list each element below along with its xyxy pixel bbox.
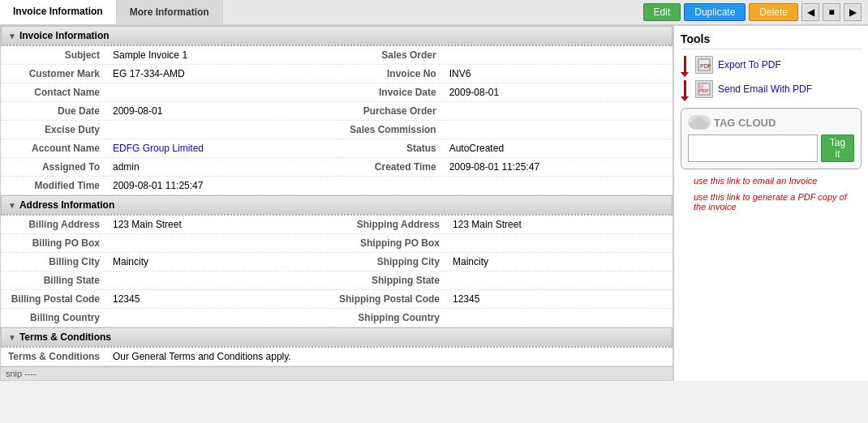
tabs-left: Invoice Information More Information	[0, 0, 223, 24]
subject-label: Subject	[1, 46, 106, 65]
modified-time-label: Modified Time	[1, 177, 106, 195]
delete-button[interactable]: Delete	[749, 3, 798, 21]
purchase-order-label: Purchase Order	[337, 102, 443, 121]
pdf-icon: PDF	[695, 56, 713, 74]
table-row: Modified Time 2009-08-01 11:25:47	[1, 177, 672, 195]
tag-input-row: Tag it	[688, 135, 854, 162]
billing-city-value: Maincity	[106, 253, 333, 271]
account-name-link[interactable]: EDFG Group Limited	[113, 143, 204, 154]
account-name-value: EDFG Group Limited	[106, 139, 337, 158]
tab-more-information[interactable]: More Information	[117, 0, 223, 24]
subject-value: Sample Invoice 1	[106, 46, 337, 65]
shipping-address-label: Shipping Address	[333, 216, 446, 234]
billing-postal-code-value: 12345	[106, 290, 333, 309]
tools-title: Tools	[681, 32, 862, 49]
invoice-no-value: INV6	[443, 65, 672, 83]
invoice-section-header: ▼ Invoice Information	[1, 26, 672, 46]
sales-commission-label: Sales Commission	[337, 121, 443, 139]
annotation-email: use this link to email an Invoice	[694, 176, 862, 186]
address-collapse-arrow[interactable]: ▼	[8, 201, 16, 210]
table-row: Billing Country Shipping Country	[1, 309, 672, 327]
billing-country-label: Billing Country	[1, 309, 106, 327]
tab-invoice-information[interactable]: Invoice Information	[0, 0, 117, 24]
billing-state-value	[106, 271, 333, 290]
tag-cloud-label: TAG CLOUD	[688, 115, 854, 130]
shipping-country-label: Shipping Country	[333, 309, 446, 327]
svg-text:PDF: PDF	[700, 63, 711, 69]
terms-value: Our General Terms and Conditions apply.	[106, 348, 672, 366]
arrow-head-pdf	[681, 96, 689, 101]
table-row: Billing City Maincity Shipping City Main…	[1, 253, 672, 271]
terms-form-table: Terms & Conditions Our General Terms and…	[1, 348, 672, 366]
terms-collapse-arrow[interactable]: ▼	[8, 333, 16, 342]
billing-city-label: Billing City	[1, 253, 106, 271]
arrow-head-email	[681, 72, 689, 77]
tools-sidebar: Tools PDF Export To PDF PDF@	[673, 26, 868, 381]
assigned-to-value: admin	[106, 158, 337, 177]
contact-name-value	[106, 83, 337, 102]
cloud-icon	[688, 115, 711, 130]
svg-text:@: @	[699, 84, 703, 89]
invoice-form-table: Subject Sample Invoice 1 Sales Order Cus…	[1, 46, 672, 195]
billing-address-value: 123 Main Street	[106, 216, 333, 234]
table-row: Customer Mark EG 17-334-AMD Invoice No I…	[1, 65, 672, 83]
send-email-row: PDF@ Send Email With PDF	[681, 80, 862, 105]
tag-it-button[interactable]: Tag it	[821, 135, 854, 162]
excise-duty-label: Excise Duty	[1, 121, 106, 139]
table-row: Billing PO Box Shipping PO Box	[1, 234, 672, 253]
content-area: ▼ Invoice Information Subject Sample Inv…	[0, 26, 673, 381]
shipping-city-value: Maincity	[446, 253, 672, 271]
terms-section-header: ▼ Terms & Conditions	[1, 327, 672, 348]
table-row: Billing State Shipping State	[1, 271, 672, 290]
invoice-date-label: Invoice Date	[337, 83, 443, 102]
arrow-line-pdf	[684, 80, 686, 96]
status-label: Status	[337, 139, 443, 158]
contact-name-label: Contact Name	[1, 83, 106, 102]
billing-address-label: Billing Address	[1, 216, 106, 234]
duplicate-button[interactable]: Duplicate	[684, 3, 746, 21]
tag-input[interactable]	[688, 135, 818, 162]
modified-time-value: 2009-08-01 11:25:47	[106, 177, 337, 195]
purchase-order-value	[443, 102, 672, 121]
sales-commission-value	[443, 121, 672, 139]
invoice-date-value: 2009-08-01	[443, 83, 672, 102]
excise-duty-value	[106, 121, 337, 139]
sales-order-value	[443, 46, 672, 65]
table-row: Contact Name Invoice Date 2009-08-01	[1, 83, 672, 102]
tag-cloud-box: TAG CLOUD Tag it	[681, 108, 862, 169]
address-form-table: Billing Address 123 Main Street Shipping…	[1, 216, 672, 327]
shipping-state-label: Shipping State	[333, 271, 446, 290]
terms-label: Terms & Conditions	[1, 348, 106, 366]
table-row: Subject Sample Invoice 1 Sales Order	[1, 46, 672, 65]
shipping-address-value: 123 Main Street	[446, 216, 672, 234]
toolbar-buttons: Edit Duplicate Delete ◀ ■ ▶	[643, 3, 868, 21]
customer-mark-value: EG 17-334-AMD	[106, 65, 337, 83]
tabs-bar: Invoice Information More Information Edi…	[0, 0, 868, 26]
assigned-to-label: Assigned To	[1, 158, 106, 177]
nav-prev-button[interactable]: ◀	[801, 3, 819, 21]
due-date-label: Due Date	[1, 102, 106, 121]
svg-point-8	[695, 117, 703, 125]
billing-state-label: Billing State	[1, 271, 106, 290]
nav-next-button[interactable]: ▶	[844, 3, 862, 21]
created-time-value: 2009-08-01 11:25:47	[443, 158, 672, 177]
shipping-city-label: Shipping City	[333, 253, 446, 271]
address-section-header: ▼ Address Information	[1, 195, 672, 216]
table-row: Assigned To admin Created Time 2009-08-0…	[1, 158, 672, 177]
shipping-postal-code-value: 12345	[446, 290, 672, 309]
table-row: Due Date 2009-08-01 Purchase Order	[1, 102, 672, 121]
nav-home-button[interactable]: ■	[823, 3, 840, 21]
created-time-label: Created Time	[337, 158, 443, 177]
edit-button[interactable]: Edit	[643, 3, 681, 21]
shipping-country-value	[446, 309, 672, 327]
annotation-pdf: use this link to generate a PDF copy of …	[694, 192, 862, 212]
customer-mark-label: Customer Mark	[1, 65, 106, 83]
send-email-link[interactable]: PDF@ Send Email With PDF	[695, 80, 812, 98]
sales-order-label: Sales Order	[337, 46, 443, 65]
table-row: Excise Duty Sales Commission	[1, 121, 672, 139]
invoice-collapse-arrow[interactable]: ▼	[8, 32, 16, 41]
billing-po-box-label: Billing PO Box	[1, 234, 106, 253]
status-value: AutoCreated	[443, 139, 672, 158]
export-pdf-link[interactable]: PDF Export To PDF	[695, 56, 781, 74]
email-icon: PDF@	[695, 80, 713, 98]
